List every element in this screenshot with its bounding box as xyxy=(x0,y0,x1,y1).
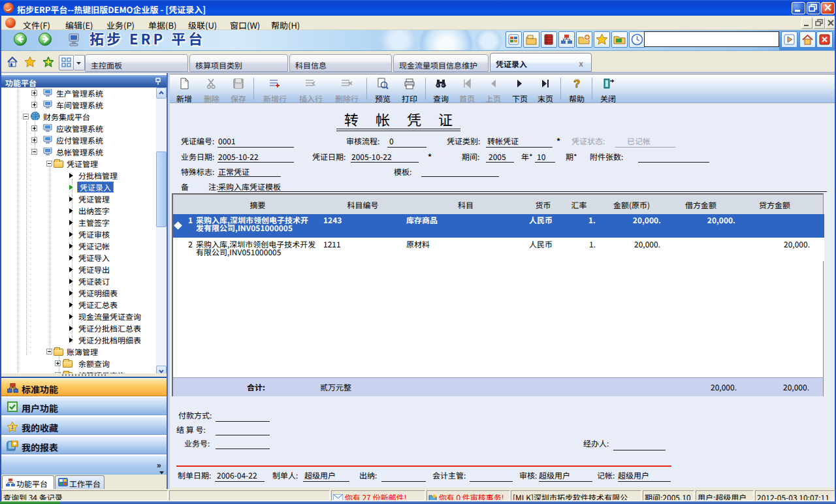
svg-text:1: 1 xyxy=(11,423,14,430)
svg-text:?: ? xyxy=(573,78,580,89)
